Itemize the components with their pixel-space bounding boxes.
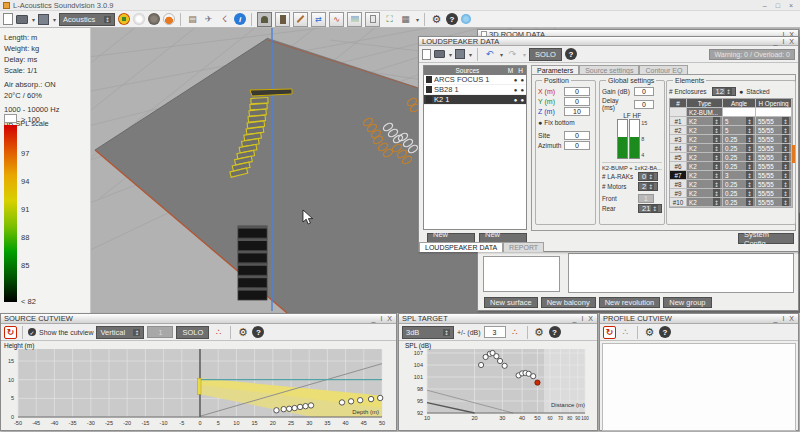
motors-stepper[interactable]: 2↕ — [638, 182, 658, 191]
gear-icon[interactable]: ⚙ — [533, 326, 546, 339]
source-item[interactable]: SB28 1●● — [424, 85, 526, 95]
spl-target-chart[interactable]: 102030405060708090100929598101104107SPL … — [399, 341, 597, 431]
edit-tool-toggle[interactable] — [293, 12, 308, 27]
tab-loudspeaker-data[interactable]: LOUDSPEAKER DATA — [419, 242, 503, 252]
element-row[interactable]: #4K2↕0.25↕55/55↕ — [670, 144, 792, 153]
listener-icon[interactable]: ☇ — [218, 13, 231, 26]
layout-dropdown-icon[interactable]: ▾ — [416, 16, 419, 23]
image-toggle[interactable] — [347, 12, 362, 27]
fit-view-icon[interactable]: ⛶ — [383, 13, 396, 26]
room-new-group-button[interactable]: New group — [663, 297, 711, 308]
help-icon[interactable]: ? — [252, 326, 264, 338]
measure-icon[interactable]: ✈ — [202, 13, 215, 26]
help-icon[interactable]: ? — [446, 13, 458, 25]
clipboard-icon[interactable]: ▤ — [186, 13, 199, 26]
source-cutview-titlebar[interactable]: SOURCE CUTVIEW _IX — [1, 314, 396, 324]
new-project-icon[interactable] — [3, 13, 13, 25]
panel-close-button[interactable]: X — [387, 315, 392, 322]
source-item[interactable]: ARCS FOCUS 1●● — [424, 75, 526, 85]
redo-icon[interactable]: ↷ — [506, 48, 519, 61]
y-field[interactable]: 0 — [564, 97, 590, 106]
open-icon[interactable] — [434, 50, 445, 58]
panel-detach-button[interactable]: I — [782, 38, 784, 45]
window-minimize-button[interactable]: – — [763, 2, 767, 9]
panel-minimize-button[interactable]: _ — [371, 315, 375, 322]
tip-bulb-icon[interactable] — [461, 14, 471, 24]
delay-field[interactable]: 0 — [634, 100, 654, 109]
spl-target-titlebar[interactable]: SPL TARGET _IX — [399, 314, 597, 324]
element-row[interactable]: #8K2↕0.25↕55/55↕ — [670, 180, 792, 189]
room-surface-list[interactable] — [483, 256, 560, 292]
tolerance-field[interactable]: 3 — [484, 326, 506, 338]
site-field[interactable]: 0 — [564, 131, 590, 140]
sphere-dark-icon[interactable] — [148, 13, 160, 25]
room-new-balcony-button[interactable]: New balcony — [541, 297, 596, 308]
panel-minimize-button[interactable]: _ — [572, 315, 576, 322]
panel-detach-button[interactable]: I — [380, 315, 382, 322]
sub-stack[interactable] — [238, 226, 267, 300]
view-3d-toggle[interactable] — [257, 12, 272, 27]
sphere-light-icon[interactable] — [133, 13, 145, 25]
solo-button[interactable]: SOLO — [176, 326, 209, 339]
enclosures-stepper[interactable]: 12↕ — [712, 87, 736, 96]
refresh-icon[interactable]: ↻ — [4, 326, 17, 339]
scroll-indicator[interactable] — [792, 145, 795, 163]
loudspeaker-titlebar[interactable]: LOUDSPEAKER DATA _ I X — [419, 37, 798, 46]
undo-icon[interactable]: ↶ — [483, 48, 496, 61]
open-project-icon[interactable] — [16, 15, 28, 24]
profile-cutview-titlebar[interactable]: PROFILE CUTVIEW _IX — [600, 314, 798, 324]
window-maximize-button[interactable]: □ — [776, 2, 780, 9]
room-new-revolution-button[interactable]: New revolution — [599, 297, 661, 308]
element-row[interactable]: #9K2↕0.25↕55/55↕ — [670, 189, 792, 198]
profile-chart-area[interactable] — [602, 343, 796, 431]
view-enclosure-toggle[interactable] — [275, 12, 290, 27]
panel-close-button[interactable]: X — [789, 38, 794, 45]
cutview-toggle[interactable]: ∿ — [329, 12, 344, 27]
help-icon[interactable]: ? — [549, 326, 561, 338]
spl-mode-select[interactable]: 3dB↕ — [402, 326, 454, 339]
element-row[interactable]: #1K2↕5↕55/55↕ — [670, 117, 792, 126]
element-row[interactable]: #3K2↕0.25↕55/55↕ — [670, 135, 792, 144]
refresh-icon[interactable]: ↻ — [603, 326, 616, 339]
show-cutview-checkbox[interactable]: ✓ — [28, 328, 36, 336]
azimuth-field[interactable]: 0 — [564, 141, 590, 150]
tab-report[interactable]: REPORT — [503, 242, 544, 252]
room-detail-list[interactable] — [568, 253, 794, 293]
info-icon[interactable]: i — [234, 13, 246, 25]
gain-field[interactable]: 0 — [634, 87, 654, 96]
panel-minimize-button[interactable]: _ — [773, 315, 777, 322]
cutview-orientation-select[interactable]: Vertical↕ — [96, 326, 144, 339]
laraks-stepper[interactable]: 0↕ — [638, 172, 658, 181]
rear-stepper[interactable]: 21↕ — [638, 204, 662, 213]
element-row[interactable]: #7K2↕3↕55/55↕ — [670, 171, 792, 180]
scatter-settings-icon[interactable]: ∴ — [619, 326, 632, 339]
new-file-icon[interactable] — [422, 49, 431, 60]
save-icon[interactable] — [455, 49, 465, 59]
spl-mapping-icon[interactable] — [118, 13, 130, 25]
scatter-settings-icon[interactable]: ∴ — [212, 326, 225, 339]
panel-detach-button[interactable]: I — [581, 315, 583, 322]
report-toggle[interactable] — [365, 12, 380, 27]
mode-select[interactable]: Acoustics↕ — [59, 13, 115, 26]
solo-button[interactable]: SOLO — [529, 48, 562, 61]
x-field[interactable]: 0 — [564, 87, 590, 96]
element-row[interactable]: #6K2↕0.25↕55/55↕ — [670, 162, 792, 171]
panel-close-button[interactable]: X — [789, 315, 794, 322]
gear-icon[interactable]: ⚙ — [236, 326, 249, 339]
help-icon[interactable]: ? — [565, 48, 577, 60]
source-item[interactable]: K2 1●● — [424, 95, 526, 105]
gear-icon[interactable]: ⚙ — [430, 13, 443, 26]
fix-bottom-radio[interactable]: ● — [538, 119, 542, 126]
system-config-button[interactable]: System Config — [738, 233, 794, 244]
gear-icon[interactable]: ⚙ — [643, 326, 656, 339]
heatmap-icon[interactable] — [163, 13, 175, 25]
z-field[interactable]: 10 — [564, 107, 590, 116]
room-new-surface-button[interactable]: New surface — [484, 297, 538, 308]
window-close-button[interactable]: × — [789, 2, 793, 9]
type-dropdown[interactable]: K2-BUM... — [687, 108, 723, 117]
element-row[interactable]: #5K2↕0.25↕55/55↕ — [670, 153, 792, 162]
open-dropdown-icon[interactable]: ▾ — [32, 16, 35, 23]
scatter-settings-icon[interactable]: ∴ — [509, 326, 522, 339]
save-dropdown-icon[interactable]: ▾ — [53, 16, 56, 23]
stacked-radio[interactable]: ● — [739, 88, 743, 95]
